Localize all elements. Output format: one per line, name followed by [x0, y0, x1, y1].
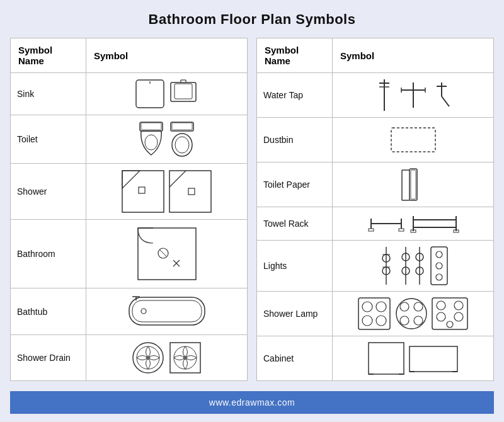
svg-rect-52	[411, 170, 416, 199]
table-row: Bathtub	[11, 288, 248, 335]
svg-point-89	[414, 302, 423, 311]
svg-rect-30	[132, 300, 202, 322]
svg-point-81	[436, 274, 442, 280]
svg-rect-29	[129, 297, 205, 325]
svg-point-88	[400, 302, 409, 311]
svg-rect-98	[369, 343, 404, 374]
table-row: Shower Drain	[11, 335, 248, 381]
svg-rect-60	[399, 229, 404, 231]
symbol-sink	[86, 73, 248, 115]
svg-point-84	[376, 302, 386, 312]
svg-rect-101	[410, 346, 457, 372]
svg-point-12	[145, 135, 158, 150]
table-row: Shower	[11, 163, 248, 219]
svg-rect-5	[175, 84, 192, 99]
svg-point-16	[175, 137, 189, 153]
right-table: Symbol Name Symbol Water Tap	[256, 38, 494, 381]
row-name-toilet: Toilet	[11, 115, 86, 163]
footer-text: www.edrawmax.com	[209, 397, 295, 408]
symbol-towel-rack	[333, 207, 494, 241]
table-row: Toilet Paper	[257, 163, 494, 207]
table-row: Water Tap	[257, 73, 494, 118]
svg-marker-18	[122, 171, 140, 188]
svg-rect-59	[369, 229, 374, 231]
table-row: Dustbin	[257, 118, 494, 163]
row-name-bathroom: Bathroom	[11, 219, 86, 288]
svg-rect-22	[188, 188, 195, 195]
svg-rect-11	[141, 123, 161, 130]
svg-line-21	[169, 171, 186, 187]
svg-rect-17	[122, 171, 164, 212]
symbol-lights	[333, 241, 494, 292]
symbol-bathroom	[86, 219, 248, 288]
page-title: Bathroom Floor Plan Symbols	[149, 11, 356, 28]
left-header-symbol: Symbol	[86, 38, 248, 73]
svg-rect-0	[136, 80, 164, 108]
svg-rect-20	[169, 171, 211, 212]
row-name-lights: Lights	[257, 241, 333, 292]
svg-point-79	[436, 251, 442, 258]
footer-bar: www.edrawmax.com	[10, 391, 494, 414]
table-row: Toilet	[11, 115, 248, 163]
symbol-cabinet	[333, 336, 494, 381]
symbol-water-tap	[333, 73, 494, 118]
symbol-dustbin	[333, 118, 494, 163]
svg-line-26	[159, 249, 167, 257]
row-name-towel-rack: Towel Rack	[257, 207, 333, 241]
svg-rect-23	[138, 228, 196, 280]
svg-point-85	[362, 316, 372, 326]
svg-point-96	[454, 312, 463, 321]
svg-point-93	[437, 301, 445, 310]
svg-point-95	[437, 312, 445, 321]
svg-point-31	[141, 309, 146, 314]
table-row: Lights	[257, 241, 494, 292]
symbol-shower-lamp	[333, 292, 494, 336]
table-row: Bathroom	[11, 219, 248, 288]
symbol-toilet	[86, 115, 248, 163]
svg-point-91	[414, 316, 423, 325]
svg-point-86	[376, 316, 386, 326]
left-header-name: Symbol Name	[11, 38, 86, 73]
svg-point-94	[454, 301, 463, 310]
symbol-shower-drain	[86, 335, 248, 381]
row-name-toilet-paper: Toilet Paper	[257, 163, 333, 207]
svg-rect-50	[391, 128, 435, 152]
row-name-sink: Sink	[11, 73, 86, 115]
table-row: Towel Rack	[257, 207, 494, 241]
row-name-bathtub: Bathtub	[11, 288, 86, 335]
svg-rect-82	[358, 298, 390, 329]
row-name-water-tap: Water Tap	[257, 73, 333, 118]
svg-line-48	[442, 96, 449, 106]
table-row: Sink	[11, 73, 248, 115]
row-name-shower-lamp: Shower Lamp	[257, 292, 333, 336]
right-header-name: Symbol Name	[257, 38, 333, 73]
svg-point-87	[396, 299, 427, 329]
table-row: Shower Lamp	[257, 292, 494, 336]
symbol-toilet-paper	[333, 163, 494, 207]
symbol-shower	[86, 163, 248, 219]
svg-point-80	[436, 263, 442, 269]
row-name-cabinet: Cabinet	[257, 336, 333, 381]
row-name-shower-drain: Shower Drain	[11, 335, 86, 381]
svg-point-90	[400, 316, 409, 325]
right-header-symbol: Symbol	[333, 38, 494, 73]
svg-point-83	[362, 302, 372, 312]
svg-rect-14	[172, 123, 192, 130]
svg-point-97	[447, 321, 453, 328]
svg-rect-78	[431, 247, 447, 285]
row-name-dustbin: Dustbin	[257, 118, 333, 163]
table-row: Cabinet	[257, 336, 494, 381]
symbol-bathtub	[86, 288, 248, 335]
svg-rect-19	[139, 187, 145, 193]
row-name-shower: Shower	[11, 163, 86, 219]
left-table: Symbol Name Symbol Sink	[10, 38, 248, 381]
